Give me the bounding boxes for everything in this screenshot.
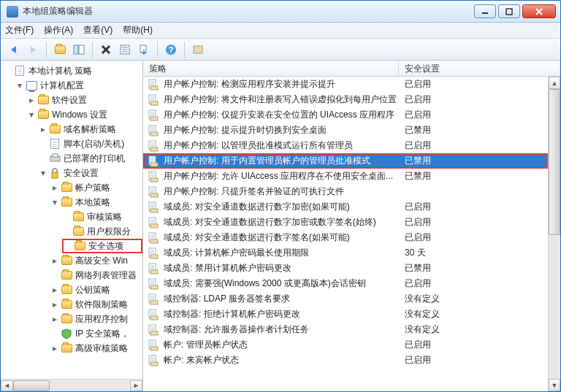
collapse-icon[interactable]: ▾ xyxy=(50,198,59,207)
extra-button[interactable] xyxy=(189,41,207,58)
tree-account-policies[interactable]: ▸帐户策略 xyxy=(50,180,142,195)
policy-setting: 已启用 xyxy=(399,109,548,121)
tree-network-list-mgr[interactable]: 网络列表管理器 xyxy=(50,268,142,283)
scroll-track[interactable] xyxy=(13,380,130,391)
svg-rect-90 xyxy=(150,301,158,304)
expand-icon[interactable]: ▸ xyxy=(50,256,59,265)
collapse-icon[interactable]: ▾ xyxy=(39,169,47,177)
close-button[interactable] xyxy=(522,4,556,18)
scroll-thumb[interactable] xyxy=(549,89,560,235)
tree-public-key-policies[interactable]: ▸公钥策略 xyxy=(50,283,142,297)
scroll-track[interactable] xyxy=(549,89,560,379)
minimize-button[interactable] xyxy=(474,4,496,18)
svg-rect-35 xyxy=(150,132,158,136)
policy-row[interactable]: 域成员: 禁用计算机帐户密码更改已禁用 xyxy=(143,261,548,276)
list-header: 策略 安全设置 xyxy=(143,61,560,77)
policy-row[interactable]: 域成员: 计算机帐户密码最长使用期限30 天 xyxy=(143,245,548,261)
up-button[interactable] xyxy=(51,41,69,58)
policy-row[interactable]: 域控制器: LDAP 服务器签名要求没有定义 xyxy=(143,291,548,307)
policy-row[interactable]: 用户帐户控制: 提示提升时切换到安全桌面已禁用 xyxy=(143,123,548,138)
policy-row[interactable]: 域控制器: 拒绝计算机帐户密码更改没有定义 xyxy=(143,307,548,322)
tree-local-policies[interactable]: ▾本地策略 xyxy=(50,195,142,210)
column-setting[interactable]: 安全设置 xyxy=(399,61,560,76)
policy-name: 域控制器: 允许服务器操作者计划任务 xyxy=(164,323,309,336)
policy-icon xyxy=(148,94,159,106)
tree-computer-config[interactable]: ▾ 计算机配置 xyxy=(15,78,142,93)
tree-software-settings[interactable]: ▸软件设置 xyxy=(27,93,142,107)
policy-setting: 已启用 xyxy=(399,216,548,228)
delete-button[interactable] xyxy=(97,41,115,58)
tree-label: 高级安全 Win xyxy=(75,255,128,267)
collapse-icon[interactable]: ▾ xyxy=(15,81,24,90)
policy-icon xyxy=(148,217,159,228)
tree-horizontal-scrollbar[interactable]: ◄ ► xyxy=(1,379,142,391)
policy-icon xyxy=(148,309,159,320)
menu-action[interactable]: 操作(A) xyxy=(44,24,73,36)
policy-row[interactable]: 域成员: 对安全通道数据进行数字加密或数字签名(始终)已启用 xyxy=(143,215,548,230)
collapse-icon[interactable] xyxy=(4,66,12,75)
scroll-up-button[interactable]: ▲ xyxy=(549,77,560,89)
export-list-button[interactable] xyxy=(135,41,153,58)
list-rows[interactable]: 用户帐户控制: 检测应用程序安装并提示提升已启用用户帐户控制: 将文件和注册表写… xyxy=(143,77,548,391)
tree-advanced-audit[interactable]: ▸高级审核策略 xyxy=(50,341,142,356)
expand-icon[interactable]: ▸ xyxy=(50,300,59,309)
show-hide-tree-button[interactable] xyxy=(70,41,88,58)
tree-audit-policy[interactable]: 审核策略 xyxy=(62,210,142,224)
svg-rect-12 xyxy=(140,45,146,53)
policy-row[interactable]: 用户帐户控制: 将文件和注册表写入错误虚拟化到每用户位置已启用 xyxy=(143,92,548,107)
spacer xyxy=(39,139,47,148)
policy-row[interactable]: 用户帐户控制: 用于内置管理员帐户的管理员批准模式已禁用 xyxy=(143,153,548,169)
tree-dns-policy[interactable]: ▸域名解析策略 xyxy=(39,122,142,137)
policy-row[interactable]: 用户帐户控制: 只提升签名并验证的可执行文件 xyxy=(143,184,548,199)
policy-row[interactable]: 用户帐户控制: 检测应用程序安装并提示提升已启用 xyxy=(143,77,548,92)
expand-icon[interactable]: ▸ xyxy=(50,285,59,294)
tree-ip-security[interactable]: IP 安全策略， xyxy=(50,326,142,341)
back-button[interactable] xyxy=(5,41,23,58)
scroll-left-button[interactable]: ◄ xyxy=(1,380,13,391)
forward-button[interactable] xyxy=(24,41,42,58)
policy-row[interactable]: 用户帐户控制: 允许 UIAccess 应用程序在不使用安全桌面...已禁用 xyxy=(143,169,548,184)
menu-help[interactable]: 帮助(H) xyxy=(123,24,153,36)
expand-icon[interactable]: ▸ xyxy=(50,183,59,192)
tree-windows-settings[interactable]: ▾Windows 设置 xyxy=(27,107,142,122)
menu-file[interactable]: 文件(F) xyxy=(5,24,34,36)
tree-app-control[interactable]: ▸应用程序控制 xyxy=(50,312,142,326)
tree-label: 本地计算机 策略 xyxy=(28,65,92,77)
scroll-right-button[interactable]: ► xyxy=(130,380,142,391)
titlebar[interactable]: 本地组策略编辑器 xyxy=(1,1,560,23)
tree-view[interactable]: 本地计算机 策略 ▾ 计算机配置 ▸软件设置 xyxy=(1,61,142,379)
policy-row[interactable]: 帐户: 来宾帐户状态已启用 xyxy=(143,353,548,368)
policy-name: 用户帐户控制: 提示提升时切换到安全桌面 xyxy=(164,124,327,137)
svg-rect-75 xyxy=(150,255,158,258)
expand-icon[interactable]: ▸ xyxy=(27,96,36,104)
expand-icon[interactable]: ▸ xyxy=(50,344,59,353)
tree-deployed-printers[interactable]: 已部署的打印机 xyxy=(39,151,142,166)
maximize-button[interactable] xyxy=(498,4,520,18)
policy-row[interactable]: 用户帐户控制: 以管理员批准模式运行所有管理员已启用 xyxy=(143,138,548,153)
help-button[interactable]: ? xyxy=(162,41,180,58)
policy-row[interactable]: 域成员: 对安全通道数据进行数字加密(如果可能)已启用 xyxy=(143,199,548,215)
policy-row[interactable]: 域成员: 对安全通道数据进行数字签名(如果可能)已启用 xyxy=(143,230,548,245)
policy-name: 域控制器: LDAP 服务器签名要求 xyxy=(164,293,290,305)
policy-row[interactable]: 帐户: 管理员帐户状态已启用 xyxy=(143,337,548,353)
policy-icon xyxy=(148,247,159,259)
list-vertical-scrollbar[interactable]: ▲ ▼ xyxy=(548,77,560,391)
tree-scripts[interactable]: 脚本(启动/关机) xyxy=(39,137,142,151)
policy-row[interactable]: 用户帐户控制: 仅提升安装在安全位置的 UIAccess 应用程序已启用 xyxy=(143,107,548,123)
expand-icon[interactable]: ▸ xyxy=(50,315,59,323)
scroll-thumb[interactable] xyxy=(13,380,50,391)
column-policy[interactable]: 策略 xyxy=(143,61,399,76)
tree-root[interactable]: 本地计算机 策略 xyxy=(4,64,142,78)
tree-security-settings[interactable]: ▾安全设置 xyxy=(39,166,142,180)
tree-security-options[interactable]: 安全选项 xyxy=(62,239,142,253)
collapse-icon[interactable]: ▾ xyxy=(27,110,36,119)
tree-user-rights[interactable]: 用户权限分 xyxy=(62,224,142,239)
tree-advanced-security[interactable]: ▸高级安全 Win xyxy=(50,253,142,268)
policy-row[interactable]: 域控制器: 允许服务器操作者计划任务没有定义 xyxy=(143,322,548,337)
tree-software-restriction[interactable]: ▸软件限制策略 xyxy=(50,297,142,312)
menu-view[interactable]: 查看(V) xyxy=(83,24,112,36)
properties-button[interactable] xyxy=(116,41,134,58)
expand-icon[interactable]: ▸ xyxy=(39,125,47,134)
scroll-down-button[interactable]: ▼ xyxy=(549,379,560,391)
policy-row[interactable]: 域成员: 需要强(Windows 2000 或更高版本)会话密钥已启用 xyxy=(143,276,548,291)
